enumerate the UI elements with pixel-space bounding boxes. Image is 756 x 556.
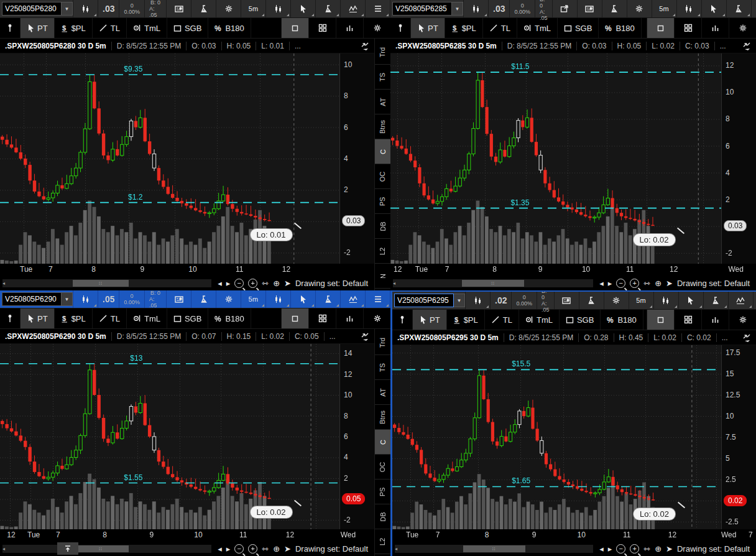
share-button[interactable] xyxy=(553,0,578,17)
zoom-in-button[interactable]: + xyxy=(248,279,257,288)
sidebar-tab-ts[interactable]: TS xyxy=(375,65,390,90)
symbol-input[interactable] xyxy=(392,2,452,16)
detach-button[interactable] xyxy=(647,310,674,330)
time-axis[interactable]: 12Tue789101112Wed xyxy=(0,529,374,542)
spl-button[interactable]: $$PL xyxy=(55,18,93,38)
scrollbar-thumb[interactable]: ⁞⁞ xyxy=(73,545,129,552)
scroll-left-arrow[interactable]: ◂ xyxy=(2,546,5,552)
price-plot[interactable]: $13$1.55Lo: 0.02 xyxy=(0,344,339,529)
price-plot[interactable]: $9.35$1.2Lo: 0.01 xyxy=(0,53,339,264)
strategies-button[interactable] xyxy=(316,290,341,308)
grid-layout-button[interactable] xyxy=(308,18,336,38)
zoom-out-button[interactable]: − xyxy=(616,279,625,288)
studies-button[interactable] xyxy=(602,0,627,17)
scroll-left-arrow[interactable]: ◂ xyxy=(395,546,397,552)
chart-style-button[interactable] xyxy=(73,290,98,308)
pan-right-button[interactable]: ▸ xyxy=(608,279,612,288)
time-axis[interactable]: Tue789101112Wed7 xyxy=(392,529,756,542)
price-axis[interactable]: 17.51512.5107.552.5-2.50.02 xyxy=(721,345,756,529)
sidebar-tab-c[interactable]: C xyxy=(375,430,390,455)
fit-width-button[interactable]: ⇿ xyxy=(643,544,650,554)
time-scrollbar[interactable]: ◂⁞⁞ xyxy=(395,545,593,553)
columns-button[interactable] xyxy=(336,308,363,328)
spl-button[interactable]: $$PL xyxy=(447,310,485,330)
zoom-out-button[interactable]: − xyxy=(616,544,625,554)
auto-scale-button[interactable] xyxy=(356,332,374,341)
pt-button[interactable]: PT xyxy=(21,308,55,328)
timeframe-button[interactable]: 5m xyxy=(652,0,677,17)
detach-button[interactable] xyxy=(647,18,674,38)
pt-button[interactable]: PT xyxy=(413,310,447,330)
chart-settings-button[interactable] xyxy=(216,290,241,308)
price-axis[interactable]: 1412108642-20.05 xyxy=(339,344,374,529)
tml-button[interactable]: TmL xyxy=(519,310,560,330)
chart-style-button[interactable] xyxy=(466,292,491,309)
grid-layout-button[interactable] xyxy=(674,310,701,330)
columns-button[interactable] xyxy=(336,18,363,38)
auto-scale-button[interactable] xyxy=(737,42,756,50)
auto-scale-button[interactable] xyxy=(737,333,756,342)
sidebar-tab-oc[interactable]: OC xyxy=(375,164,390,189)
trendline-button[interactable]: TL xyxy=(483,18,517,38)
studies-button[interactable] xyxy=(191,0,216,17)
pin-button[interactable] xyxy=(390,18,411,38)
symbol-input[interactable] xyxy=(394,294,454,307)
price-axis[interactable]: 108642-20.03 xyxy=(339,53,374,264)
time-scrollbar[interactable]: ◂⁞⁞ xyxy=(2,279,211,287)
b180-button[interactable]: %B180 xyxy=(601,310,643,330)
candlestick-canvas[interactable] xyxy=(392,345,721,529)
settings-button[interactable] xyxy=(729,310,756,330)
spl-button[interactable]: $$PL xyxy=(55,308,93,328)
sgb-button[interactable]: SGB xyxy=(167,308,208,328)
sidebar-tab-db[interactable]: DB xyxy=(375,504,390,529)
sidebar-tab-trd[interactable]: Trd xyxy=(375,330,390,355)
settings-button[interactable] xyxy=(363,18,390,38)
pan-right-button[interactable]: ▸ xyxy=(608,544,612,554)
chart-type-button[interactable] xyxy=(266,0,291,17)
symbol-dropdown-button[interactable]: ▼ xyxy=(452,2,463,16)
scrollbar-thumb[interactable]: ⁞⁞ xyxy=(463,545,525,552)
strategies-button[interactable] xyxy=(727,0,752,17)
time-scrollbar[interactable]: ◂⁞⁞ xyxy=(393,279,593,287)
sidebar-tab-ps[interactable]: PS xyxy=(375,189,390,214)
crosshair-button[interactable]: ⊕ xyxy=(655,279,662,288)
pt-button[interactable]: PT xyxy=(411,18,445,38)
cursor-tool-button[interactable] xyxy=(702,0,727,17)
sidebar-tab-at[interactable]: AT xyxy=(375,90,390,114)
b180-button[interactable]: %B180 xyxy=(208,308,251,328)
trendline-button[interactable]: TL xyxy=(485,310,519,330)
sgb-button[interactable]: SGB xyxy=(558,18,599,38)
corporate-actions-button[interactable] xyxy=(167,0,191,17)
spl-button[interactable]: $$PL xyxy=(445,18,483,38)
strategies-button[interactable] xyxy=(316,0,341,17)
time-axis[interactable]: 12Tue789101112Wed xyxy=(390,264,756,276)
pan-right-button[interactable]: ▸ xyxy=(226,279,231,288)
time-scrollbar[interactable]: ◂⁞⁞ xyxy=(2,545,211,553)
candlestick-canvas[interactable] xyxy=(0,344,339,529)
pin-button[interactable] xyxy=(392,310,413,330)
sgb-button[interactable]: SGB xyxy=(167,18,208,38)
pt-button[interactable]: PT xyxy=(21,18,55,38)
timeframe-button[interactable]: 5m xyxy=(629,292,654,309)
tml-button[interactable]: TmL xyxy=(127,308,167,328)
settings-button[interactable] xyxy=(363,308,390,328)
strategies-button[interactable] xyxy=(704,292,729,309)
settings-button[interactable] xyxy=(729,18,756,38)
corporate-actions-button[interactable] xyxy=(167,290,191,308)
chart-settings-button[interactable] xyxy=(627,0,652,17)
scroll-left-arrow[interactable]: ◂ xyxy=(393,280,395,286)
chart-menu-button[interactable] xyxy=(366,0,390,17)
pan-left-button[interactable]: ◂ xyxy=(218,279,222,288)
symbol-input[interactable] xyxy=(2,292,62,306)
b180-button[interactable]: %B180 xyxy=(599,18,641,38)
sidebar-tab-db[interactable]: DB xyxy=(375,214,390,239)
sidebar-tab-l2[interactable]: L2 xyxy=(375,529,390,554)
pan-left-button[interactable]: ◂ xyxy=(599,279,604,288)
pan-left-button[interactable]: ◂ xyxy=(599,544,604,554)
sidebar-tab-at[interactable]: AT xyxy=(375,380,390,405)
zoom-out-button[interactable]: − xyxy=(234,544,244,554)
tml-button[interactable]: TmL xyxy=(127,18,167,38)
cursor-mode-button[interactable]: ➤ xyxy=(666,279,673,288)
sidebar-tab-n[interactable]: N xyxy=(375,264,390,289)
columns-button[interactable] xyxy=(701,18,729,38)
